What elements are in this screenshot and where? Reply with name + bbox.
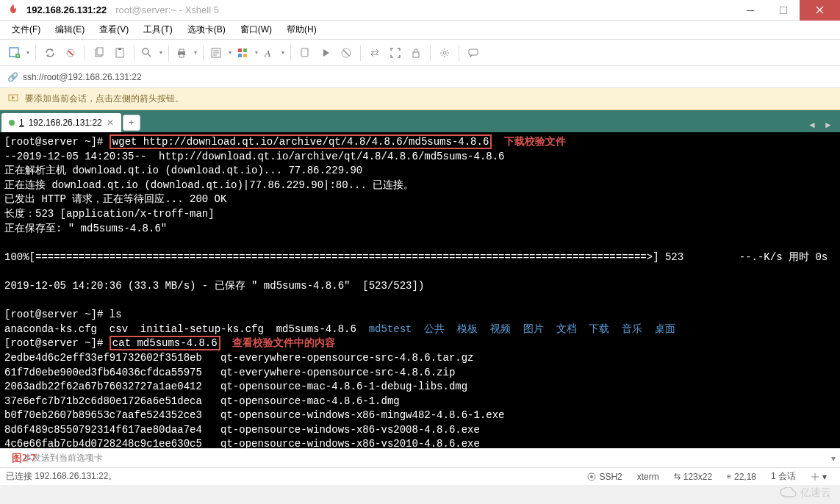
address-text: ssh://root@192.168.26.131:22 <box>23 72 142 82</box>
menu-view[interactable]: 查看(V) <box>93 22 134 37</box>
font-button[interactable]: A <box>261 43 286 62</box>
settings-button[interactable] <box>435 43 454 62</box>
send-dropdown-icon[interactable]: ▾ <box>831 453 836 464</box>
status-pos: ≡22,18 <box>719 472 764 482</box>
script-button[interactable] <box>295 43 315 62</box>
status-sessions: 1 会话 <box>764 470 803 483</box>
svg-rect-20 <box>413 52 419 57</box>
paste-button[interactable] <box>110 43 129 62</box>
print-button[interactable] <box>173 43 198 62</box>
svg-rect-22 <box>469 49 478 55</box>
svg-rect-17 <box>243 54 247 57</box>
properties-button[interactable] <box>208 43 233 62</box>
annotation-view: 查看校验文件中的内容 <box>232 337 335 349</box>
svg-point-9 <box>143 48 148 54</box>
svg-point-25 <box>590 475 593 478</box>
status-menu-button[interactable]: ▾ <box>803 472 834 482</box>
figure-label: 图2-7 <box>12 452 36 465</box>
hint-text: 要添加当前会话，点击左侧的箭头按钮。 <box>25 93 184 105</box>
status-bar: 已连接 192.168.26.131:22。 SSH2 xterm ⇆123x2… <box>0 467 840 485</box>
lock-button[interactable] <box>406 43 426 62</box>
tab-close-icon[interactable]: ✕ <box>107 118 114 128</box>
hint-bar: 要添加当前会话，点击左侧的箭头按钮。 <box>0 88 840 110</box>
svg-text:A: A <box>264 48 270 59</box>
link-icon: 🔗 <box>7 72 18 82</box>
transfer-button[interactable] <box>365 43 384 62</box>
svg-rect-16 <box>238 54 242 57</box>
menu-window[interactable]: 窗口(W) <box>234 22 278 37</box>
menu-edit[interactable]: 编辑(E) <box>49 22 90 37</box>
tab-bar: 1 192.168.26.131:22 ✕ + ◄ ► <box>0 112 840 132</box>
toolbar: A <box>0 40 840 66</box>
session-tab[interactable]: 1 192.168.26.131:22 ✕ <box>1 113 121 132</box>
menu-tabs[interactable]: 选项卡(B) <box>182 22 231 37</box>
copy-button[interactable] <box>90 43 109 62</box>
reconnect-button[interactable] <box>40 43 60 62</box>
status-term: xterm <box>630 472 667 482</box>
menu-file[interactable]: 文件(F) <box>6 22 46 37</box>
find-button[interactable] <box>139 43 164 62</box>
svg-rect-15 <box>243 48 247 52</box>
svg-rect-12 <box>179 54 184 57</box>
tab-next-button[interactable]: ► <box>821 118 836 132</box>
status-ssh: SSH2 <box>580 472 629 482</box>
status-size: ⇆123x22 <box>667 472 719 482</box>
chat-button[interactable] <box>464 43 483 62</box>
svg-rect-6 <box>97 48 103 55</box>
tab-prev-button[interactable]: ◄ <box>805 118 819 132</box>
bookmark-add-icon[interactable] <box>7 92 19 106</box>
close-button[interactable] <box>800 0 840 21</box>
title-subtitle: root@server:~ - Xshell 5 <box>115 4 219 15</box>
app-icon <box>7 3 26 17</box>
run-button[interactable] <box>316 43 335 62</box>
fullscreen-button[interactable] <box>386 43 405 62</box>
stop-button-tb[interactable] <box>337 43 356 62</box>
color-button[interactable] <box>234 43 259 62</box>
minimize-button[interactable] <box>733 0 767 21</box>
tab-index: 1 <box>19 118 24 128</box>
status-connected: 已连接 192.168.26.131:22。 <box>6 470 117 483</box>
highlighted-command-wget: wget http://download.qt.io/archive/qt/4.… <box>110 134 492 149</box>
svg-point-21 <box>443 51 446 54</box>
status-dot-icon <box>9 120 15 126</box>
menubar: 文件(F) 编辑(E) 查看(V) 工具(T) 选项卡(B) 窗口(W) 帮助(… <box>0 21 840 40</box>
annotation-download: 下载校验文件 <box>504 136 566 148</box>
svg-rect-8 <box>118 48 121 50</box>
new-session-button[interactable] <box>6 43 31 62</box>
tab-label: 192.168.26.131:22 <box>29 118 102 128</box>
svg-rect-0 <box>747 10 754 11</box>
title-address: 192.168.26.131:22 <box>26 4 107 15</box>
menu-help[interactable]: 帮助(H) <box>281 22 323 37</box>
highlighted-command-cat: cat md5sums-4.8.6 <box>110 336 220 350</box>
terminal-output[interactable]: [root@server ~]# wget http://download.qt… <box>0 132 840 448</box>
titlebar: 192.168.26.131:22 root@server:~ - Xshell… <box>0 0 840 21</box>
menu-tools[interactable]: 工具(T) <box>137 22 178 37</box>
send-input-bar[interactable]: 图2-7 本发送到当前选项卡 ▾ <box>0 448 840 467</box>
address-bar[interactable]: 🔗 ssh://root@192.168.26.131:22 <box>0 66 840 88</box>
add-tab-button[interactable]: + <box>123 115 140 131</box>
disconnect-button[interactable] <box>61 43 80 62</box>
svg-rect-1 <box>780 7 787 14</box>
svg-rect-14 <box>238 48 242 52</box>
maximize-button[interactable] <box>767 0 800 21</box>
watermark: 亿速云 <box>780 486 831 500</box>
